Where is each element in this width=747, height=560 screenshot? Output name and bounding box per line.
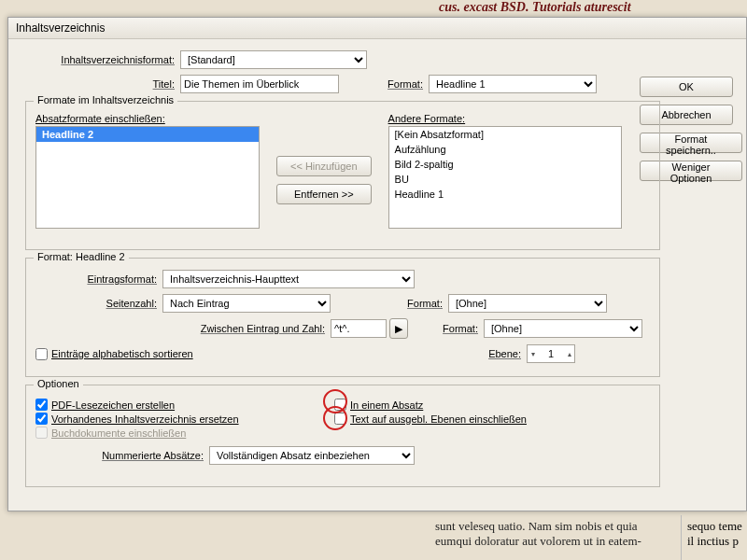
body-text: il inctius p bbox=[687, 534, 747, 549]
level-stepper[interactable]: ▾ ▴ bbox=[527, 344, 575, 363]
title-label: Titel: bbox=[25, 78, 175, 90]
hidden-layers-label: Text auf ausgebl. Ebenen einschließen bbox=[350, 413, 527, 425]
format3-label: Format: bbox=[427, 323, 478, 334]
replace-toc-label: Vorhandenes Inhaltsverzeichnis ersetzen bbox=[51, 413, 239, 425]
background-document-header: cus. excast BSD. Tutorials aturescit bbox=[439, 0, 747, 15]
list-item[interactable]: Aufzählung bbox=[389, 142, 621, 157]
between-label: Zwischen Eintrag und Zahl: bbox=[63, 323, 325, 334]
entry-format-label: Eintragsformat: bbox=[35, 273, 157, 285]
background-document-body: sunt veleseq uatio. Nam sim nobis et qui… bbox=[0, 515, 747, 560]
list-item[interactable]: Bild 2-spaltig bbox=[389, 157, 621, 172]
body-text: sequo teme bbox=[687, 519, 747, 534]
pdf-bookmarks-checkbox[interactable]: PDF-Lesezeichen erstellen bbox=[35, 399, 334, 411]
format2-label: Format: bbox=[349, 298, 443, 309]
pdf-bookmarks-label: PDF-Lesezeichen erstellen bbox=[51, 399, 175, 411]
numbered-para-label: Nummerierte Absätze: bbox=[35, 450, 204, 461]
pagenum-label: Seitenzahl: bbox=[35, 298, 157, 309]
other-formats-listbox[interactable]: [Kein Absatzformat] Aufzählung Bild 2-sp… bbox=[388, 126, 622, 229]
style-legend: Format: Headline 2 bbox=[34, 251, 129, 262]
include-formats-label: Absatzformate einschließen: bbox=[35, 113, 260, 124]
add-format-button: << Hinzufügen bbox=[276, 156, 372, 176]
options-legend: Optionen bbox=[34, 378, 83, 389]
level-label: Ebene: bbox=[488, 348, 521, 359]
single-paragraph-label: In einem Absatz bbox=[350, 399, 423, 411]
format2-select[interactable]: [Ohne] bbox=[448, 294, 607, 313]
body-text: sunt veleseq uatio. Nam sim nobis et qui… bbox=[435, 519, 675, 534]
toc-dialog: Inhaltsverzeichnis OK Abbrechen Format s… bbox=[7, 17, 747, 511]
list-item[interactable]: [Kein Absatzformat] bbox=[389, 127, 621, 142]
include-formats-listbox[interactable]: Headline 2 bbox=[35, 126, 260, 229]
format3-select[interactable]: [Ohne] bbox=[484, 319, 642, 338]
sort-alpha-label: Einträge alphabetisch sortieren bbox=[51, 348, 193, 359]
options-group: Optionen PDF-Lesezeichen erstellen Vorha… bbox=[25, 385, 660, 487]
between-flyout-button[interactable]: ▶ bbox=[389, 318, 408, 339]
formats-legend: Formate im Inhaltsverzeichnis bbox=[34, 94, 177, 105]
toc-format-label: Inhaltsverzeichnisformat: bbox=[25, 54, 175, 65]
list-item[interactable]: Headline 2 bbox=[36, 127, 259, 142]
entry-format-select[interactable]: Inhaltsverzeichnis-Haupttext bbox=[162, 270, 415, 288]
pagenum-select[interactable]: Nach Eintrag bbox=[162, 294, 331, 313]
chevron-up-icon[interactable]: ▴ bbox=[564, 350, 574, 358]
title-format-label: Format: bbox=[367, 78, 423, 90]
level-value[interactable] bbox=[538, 345, 564, 362]
list-item[interactable]: BU bbox=[389, 172, 621, 187]
title-format-select[interactable]: Headline 1 bbox=[429, 75, 597, 93]
replace-toc-checkbox[interactable]: Vorhandenes Inhaltsverzeichnis ersetzen bbox=[35, 413, 334, 425]
numbered-para-select[interactable]: Vollständigen Absatz einbeziehen bbox=[209, 446, 415, 465]
hidden-layers-checkbox[interactable]: Text auf ausgebl. Ebenen einschließen bbox=[334, 413, 527, 425]
book-docs-label: Buchdokumente einschließen bbox=[51, 427, 186, 439]
single-paragraph-checkbox[interactable]: In einem Absatz bbox=[334, 399, 527, 411]
other-formats-label: Andere Formate: bbox=[388, 113, 622, 124]
list-item[interactable]: Headline 1 bbox=[389, 187, 621, 202]
style-group: Format: Headline 2 Eintragsformat: Inhal… bbox=[25, 258, 660, 377]
between-input[interactable] bbox=[331, 319, 387, 338]
formats-group: Formate im Inhaltsverzeichnis Absatzform… bbox=[25, 101, 660, 250]
sort-alpha-checkbox[interactable]: Einträge alphabetisch sortieren bbox=[35, 348, 193, 360]
title-input[interactable] bbox=[180, 75, 339, 93]
book-docs-checkbox: Buchdokumente einschließen bbox=[35, 427, 334, 439]
chevron-down-icon[interactable]: ▾ bbox=[528, 350, 538, 358]
body-text: eumqui doloratur aut volorem ut in eatem… bbox=[435, 534, 675, 549]
dialog-title: Inhaltsverzeichnis bbox=[8, 18, 746, 39]
toc-format-select[interactable]: [Standard] bbox=[180, 50, 367, 69]
ok-button[interactable]: OK bbox=[640, 77, 733, 97]
remove-format-button[interactable]: Entfernen >> bbox=[276, 184, 372, 204]
